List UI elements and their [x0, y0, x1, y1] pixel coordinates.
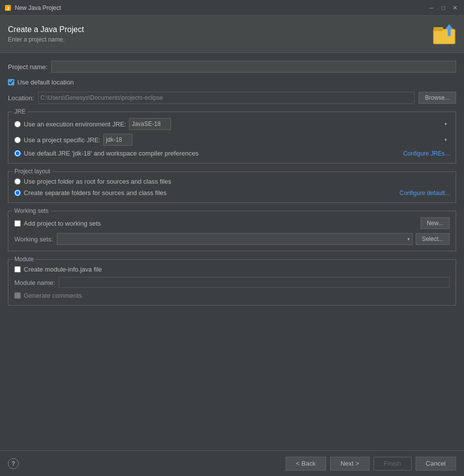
title-bar: J New Java Project ─ □ ✕: [0, 0, 464, 16]
svg-text:J: J: [6, 6, 9, 11]
create-module-info-row: Create module-info.java file: [14, 266, 450, 273]
button-bar: ? < Back Next > Finish Cancel: [0, 450, 464, 476]
module-name-row: Module name:: [14, 277, 450, 288]
layout-option2-row: Create separate folders for sources and …: [14, 189, 450, 197]
jre-specific-label[interactable]: Use a project specific JRE:: [24, 136, 100, 144]
project-name-row: Project name:: [8, 61, 456, 73]
next-button[interactable]: Next >: [330, 457, 370, 471]
new-working-set-button[interactable]: New...: [421, 217, 450, 229]
jre-default-label[interactable]: Use default JRE 'jdk-18' and workspace c…: [24, 150, 199, 157]
add-working-sets-label[interactable]: Add project to working sets: [24, 220, 101, 227]
back-button[interactable]: < Back: [286, 457, 326, 471]
jre-specific-dropdown-wrapper: jdk-18 jdk-17: [103, 134, 450, 146]
window-controls: ─ □ ✕: [426, 3, 460, 13]
jre-group: JRE Use an execution environment JRE: Ja…: [8, 112, 456, 163]
svg-marker-5: [445, 24, 453, 29]
layout-option2-left: Create separate folders for sources and …: [14, 189, 167, 197]
generate-comments-checkbox[interactable]: [14, 292, 21, 299]
working-sets-input-row: Working sets: Select...: [14, 233, 450, 245]
working-sets-label: Working sets:: [14, 236, 54, 243]
location-row: Location: Browse...: [8, 92, 456, 104]
module-name-input[interactable]: [59, 277, 450, 288]
main-content: Project name: Use default location Locat…: [0, 53, 464, 450]
dialog-header: Create a Java Project Enter a project na…: [0, 16, 464, 53]
use-default-location-label[interactable]: Use default location: [17, 79, 74, 86]
maximize-button[interactable]: □: [438, 3, 448, 13]
app-icon: J: [4, 4, 12, 12]
jre-default-radio[interactable]: [14, 150, 21, 157]
generate-comments-label[interactable]: Generate comments: [24, 292, 82, 299]
select-working-set-button[interactable]: Select...: [416, 233, 450, 245]
header-icon: [432, 22, 456, 46]
working-sets-dropdown-wrapper: [57, 233, 413, 245]
jre-env-label[interactable]: Use an execution environment JRE:: [24, 120, 126, 128]
working-sets-group: Working sets Add project to working sets…: [8, 211, 456, 251]
jre-env-dropdown[interactable]: JavaSE-18 JavaSE-17 JavaSE-11: [129, 118, 171, 130]
cancel-button[interactable]: Cancel: [416, 457, 456, 471]
module-group: Module Create module-info.java file Modu…: [8, 259, 456, 306]
create-module-info-label[interactable]: Create module-info.java file: [24, 266, 102, 273]
add-working-sets-row: Add project to working sets: [14, 220, 101, 227]
finish-button[interactable]: Finish: [374, 457, 412, 471]
configure-jres-link[interactable]: Configure JREs...: [403, 150, 450, 157]
jre-default-row: Use default JRE 'jdk-18' and workspace c…: [14, 150, 450, 157]
working-sets-input[interactable]: [57, 233, 413, 245]
layout-separate-label[interactable]: Create separate folders for sources and …: [24, 189, 167, 197]
minimize-button[interactable]: ─: [426, 3, 436, 13]
module-name-label: Module name:: [14, 279, 55, 286]
add-working-sets-checkbox[interactable]: [14, 220, 21, 227]
window-title: New Java Project: [15, 4, 426, 11]
layout-root-label[interactable]: Use project folder as root for sources a…: [24, 178, 171, 185]
jre-option2-row: Use a project specific JRE: jdk-18 jdk-1…: [14, 134, 450, 146]
jre-env-dropdown-wrapper: JavaSE-18 JavaSE-17 JavaSE-11: [129, 118, 450, 130]
layout-option1-row: Use project folder as root for sources a…: [14, 178, 450, 185]
header-subtitle: Enter a project name.: [8, 36, 432, 43]
create-module-info-checkbox[interactable]: [14, 266, 21, 273]
project-name-label: Project name:: [8, 63, 47, 71]
svg-rect-6: [448, 29, 451, 36]
jre-group-title: JRE: [12, 108, 28, 115]
jre-option1-row: Use an execution environment JRE: JavaSE…: [14, 118, 450, 130]
jre-specific-radio[interactable]: [14, 137, 21, 143]
project-layout-title: Project layout: [12, 168, 52, 175]
svg-rect-2: [433, 29, 455, 44]
location-input[interactable]: [38, 92, 415, 104]
use-default-location-checkbox[interactable]: [8, 79, 14, 85]
browse-button[interactable]: Browse...: [419, 92, 456, 104]
header-title: Create a Java Project: [8, 25, 432, 34]
close-button[interactable]: ✕: [450, 3, 460, 13]
location-label: Location:: [8, 94, 34, 102]
configure-default-link[interactable]: Configure default...: [400, 190, 450, 197]
project-layout-group: Project layout Use project folder as roo…: [8, 171, 456, 203]
generate-comments-row: Generate comments: [14, 292, 450, 299]
layout-separate-radio[interactable]: [14, 190, 21, 196]
jre-env-radio[interactable]: [14, 121, 21, 127]
jre-specific-dropdown[interactable]: jdk-18 jdk-17: [103, 134, 132, 146]
working-sets-title: Working sets: [12, 207, 50, 214]
layout-root-radio[interactable]: [14, 178, 21, 185]
jre-default-left: Use default JRE 'jdk-18' and workspace c…: [14, 150, 199, 157]
default-location-row: Use default location: [8, 79, 456, 86]
help-button[interactable]: ?: [8, 458, 19, 469]
module-title: Module: [12, 256, 36, 263]
project-name-input[interactable]: [51, 61, 456, 73]
